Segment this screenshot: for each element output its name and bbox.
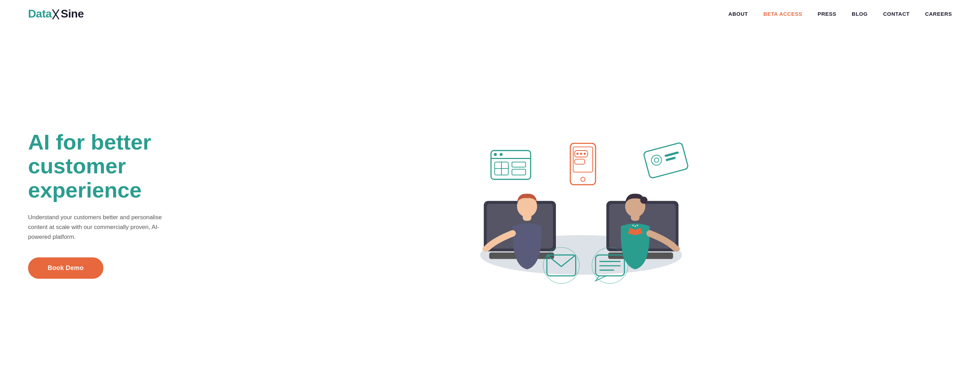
logo-data: Data (28, 7, 51, 20)
hero-subtext: Understand your customers better and per… (28, 212, 175, 242)
svg-point-14 (640, 196, 648, 204)
svg-rect-34 (574, 159, 585, 164)
hero-left: AI for better customer experience Unders… (28, 130, 210, 279)
svg-point-21 (494, 153, 497, 156)
nav-links: ABOUT BETA ACCESS PRESS BLOG CONTACT CAR… (728, 11, 952, 17)
svg-rect-36 (643, 142, 688, 179)
svg-point-32 (580, 153, 582, 155)
nav-item-contact[interactable]: CONTACT (883, 11, 910, 17)
hero-section: AI for better customer experience Unders… (0, 28, 980, 388)
svg-point-17 (636, 225, 638, 226)
logo[interactable]: DataSine (28, 7, 84, 21)
svg-point-15 (632, 225, 634, 226)
book-demo-button[interactable]: Book Demo (28, 257, 103, 279)
logo-sine-text: Sine (60, 7, 84, 20)
nav-item-beta[interactable]: BETA ACCESS (764, 11, 802, 17)
svg-point-18 (673, 246, 680, 252)
svg-point-35 (581, 177, 585, 181)
svg-rect-26 (512, 162, 526, 167)
navigation: DataSine ABOUT BETA ACCESS PRESS BLOG CO… (0, 0, 980, 28)
hero-heading: AI for better customer experience (28, 130, 210, 202)
nav-item-press[interactable]: PRESS (818, 11, 836, 17)
nav-item-careers[interactable]: CAREERS (925, 11, 952, 17)
nav-item-blog[interactable]: BLOG (852, 11, 867, 17)
nav-item-about[interactable]: ABOUT (728, 11, 748, 17)
svg-point-31 (577, 153, 579, 155)
svg-point-22 (500, 153, 503, 156)
svg-rect-27 (512, 169, 526, 175)
svg-point-16 (635, 225, 636, 227)
svg-point-38 (654, 158, 659, 163)
svg-point-33 (584, 153, 586, 155)
svg-rect-40 (666, 157, 676, 161)
hero-illustration (210, 114, 952, 296)
logo-sine (51, 7, 60, 21)
svg-point-37 (650, 154, 662, 166)
svg-point-11 (482, 246, 490, 252)
svg-rect-39 (665, 151, 679, 157)
